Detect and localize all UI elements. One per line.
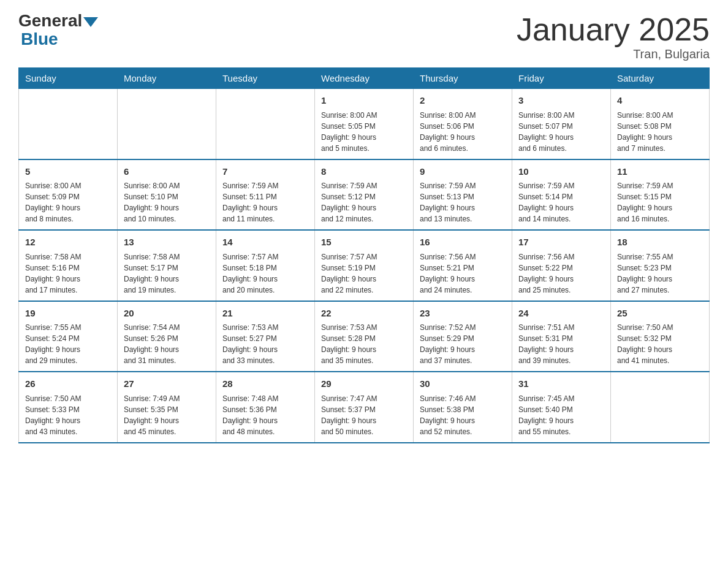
table-row: 26Sunrise: 7:50 AMSunset: 5:33 PMDayligh… xyxy=(19,372,118,443)
day-number: 26 xyxy=(25,377,111,391)
table-row xyxy=(611,372,710,443)
logo-arrow-icon xyxy=(83,17,98,27)
day-info: Sunrise: 8:00 AMSunset: 5:10 PMDaylight:… xyxy=(124,180,210,224)
day-number: 28 xyxy=(222,377,308,391)
table-row: 18Sunrise: 7:55 AMSunset: 5:23 PMDayligh… xyxy=(611,230,710,301)
day-number: 8 xyxy=(321,165,407,179)
table-row: 4Sunrise: 8:00 AMSunset: 5:08 PMDaylight… xyxy=(611,89,710,159)
calendar-header-row: SundayMondayTuesdayWednesdayThursdayFrid… xyxy=(19,68,710,89)
day-info: Sunrise: 7:50 AMSunset: 5:33 PMDaylight:… xyxy=(25,393,111,437)
day-info: Sunrise: 7:45 AMSunset: 5:40 PMDaylight:… xyxy=(518,393,604,437)
table-row: 17Sunrise: 7:56 AMSunset: 5:22 PMDayligh… xyxy=(512,230,611,301)
header-saturday: Saturday xyxy=(611,68,710,89)
table-row: 10Sunrise: 7:59 AMSunset: 5:14 PMDayligh… xyxy=(512,159,611,231)
day-info: Sunrise: 8:00 AMSunset: 5:05 PMDaylight:… xyxy=(321,110,407,154)
day-info: Sunrise: 7:57 AMSunset: 5:19 PMDaylight:… xyxy=(321,251,407,296)
day-number: 25 xyxy=(617,307,703,321)
header-thursday: Thursday xyxy=(414,68,512,89)
day-number: 16 xyxy=(420,236,506,250)
table-row: 24Sunrise: 7:51 AMSunset: 5:31 PMDayligh… xyxy=(512,301,611,372)
day-info: Sunrise: 7:52 AMSunset: 5:29 PMDaylight:… xyxy=(420,322,506,366)
calendar-week-1: 1Sunrise: 8:00 AMSunset: 5:05 PMDaylight… xyxy=(19,89,710,159)
day-info: Sunrise: 7:56 AMSunset: 5:22 PMDaylight:… xyxy=(518,251,604,296)
logo-blue-text: Blue xyxy=(21,29,58,48)
day-info: Sunrise: 7:49 AMSunset: 5:35 PMDaylight:… xyxy=(124,393,210,437)
title-block: January 2025 Tran, Bulgaria xyxy=(517,12,710,61)
day-number: 30 xyxy=(420,377,506,391)
header-tuesday: Tuesday xyxy=(216,68,315,89)
header-friday: Friday xyxy=(512,68,611,89)
page-header: General Blue January 2025 Tran, Bulgaria xyxy=(18,12,710,61)
day-number: 18 xyxy=(617,236,703,250)
table-row: 30Sunrise: 7:46 AMSunset: 5:38 PMDayligh… xyxy=(414,372,512,443)
calendar-body: 1Sunrise: 8:00 AMSunset: 5:05 PMDaylight… xyxy=(19,89,710,443)
day-number: 23 xyxy=(420,307,506,321)
table-row: 22Sunrise: 7:53 AMSunset: 5:28 PMDayligh… xyxy=(315,301,414,372)
calendar-week-3: 12Sunrise: 7:58 AMSunset: 5:16 PMDayligh… xyxy=(19,230,710,301)
day-number: 1 xyxy=(321,94,407,108)
table-row: 21Sunrise: 7:53 AMSunset: 5:27 PMDayligh… xyxy=(216,301,315,372)
day-info: Sunrise: 7:47 AMSunset: 5:37 PMDaylight:… xyxy=(321,393,407,437)
day-number: 20 xyxy=(124,307,210,321)
day-info: Sunrise: 7:53 AMSunset: 5:28 PMDaylight:… xyxy=(321,322,407,366)
day-info: Sunrise: 7:55 AMSunset: 5:23 PMDaylight:… xyxy=(617,251,703,296)
day-number: 2 xyxy=(420,94,506,108)
table-row: 14Sunrise: 7:57 AMSunset: 5:18 PMDayligh… xyxy=(216,230,315,301)
day-info: Sunrise: 7:46 AMSunset: 5:38 PMDaylight:… xyxy=(420,393,506,437)
table-row: 9Sunrise: 7:59 AMSunset: 5:13 PMDaylight… xyxy=(414,159,512,231)
day-info: Sunrise: 7:58 AMSunset: 5:17 PMDaylight:… xyxy=(124,251,210,296)
day-number: 7 xyxy=(222,165,308,179)
day-info: Sunrise: 7:51 AMSunset: 5:31 PMDaylight:… xyxy=(518,322,604,366)
table-row: 25Sunrise: 7:50 AMSunset: 5:32 PMDayligh… xyxy=(611,301,710,372)
day-number: 15 xyxy=(321,236,407,250)
table-row xyxy=(216,89,315,159)
table-row: 2Sunrise: 8:00 AMSunset: 5:06 PMDaylight… xyxy=(414,89,512,159)
table-row: 29Sunrise: 7:47 AMSunset: 5:37 PMDayligh… xyxy=(315,372,414,443)
table-row: 20Sunrise: 7:54 AMSunset: 5:26 PMDayligh… xyxy=(118,301,216,372)
table-row: 5Sunrise: 8:00 AMSunset: 5:09 PMDaylight… xyxy=(19,159,118,231)
day-info: Sunrise: 7:57 AMSunset: 5:18 PMDaylight:… xyxy=(222,251,308,296)
day-info: Sunrise: 7:59 AMSunset: 5:14 PMDaylight:… xyxy=(518,180,604,224)
day-number: 24 xyxy=(518,307,604,321)
day-number: 12 xyxy=(25,236,111,250)
calendar-week-2: 5Sunrise: 8:00 AMSunset: 5:09 PMDaylight… xyxy=(19,159,710,231)
calendar-table: SundayMondayTuesdayWednesdayThursdayFrid… xyxy=(18,67,710,443)
day-number: 29 xyxy=(321,377,407,391)
table-row xyxy=(118,89,216,159)
day-number: 11 xyxy=(617,165,703,179)
calendar-header: SundayMondayTuesdayWednesdayThursdayFrid… xyxy=(19,68,710,89)
table-row: 13Sunrise: 7:58 AMSunset: 5:17 PMDayligh… xyxy=(118,230,216,301)
table-row: 8Sunrise: 7:59 AMSunset: 5:12 PMDaylight… xyxy=(315,159,414,231)
table-row: 11Sunrise: 7:59 AMSunset: 5:15 PMDayligh… xyxy=(611,159,710,231)
day-info: Sunrise: 8:00 AMSunset: 5:09 PMDaylight:… xyxy=(25,180,111,224)
table-row: 12Sunrise: 7:58 AMSunset: 5:16 PMDayligh… xyxy=(19,230,118,301)
day-info: Sunrise: 7:59 AMSunset: 5:12 PMDaylight:… xyxy=(321,180,407,224)
day-info: Sunrise: 7:56 AMSunset: 5:21 PMDaylight:… xyxy=(420,251,506,296)
table-row: 27Sunrise: 7:49 AMSunset: 5:35 PMDayligh… xyxy=(118,372,216,443)
day-number: 19 xyxy=(25,307,111,321)
calendar-week-5: 26Sunrise: 7:50 AMSunset: 5:33 PMDayligh… xyxy=(19,372,710,443)
day-number: 31 xyxy=(518,377,604,391)
calendar-week-4: 19Sunrise: 7:55 AMSunset: 5:24 PMDayligh… xyxy=(19,301,710,372)
day-number: 6 xyxy=(124,165,210,179)
day-info: Sunrise: 7:54 AMSunset: 5:26 PMDaylight:… xyxy=(124,322,210,366)
day-number: 14 xyxy=(222,236,308,250)
logo-general-text: General xyxy=(18,12,82,29)
header-monday: Monday xyxy=(118,68,216,89)
day-info: Sunrise: 7:53 AMSunset: 5:27 PMDaylight:… xyxy=(222,322,308,366)
table-row: 1Sunrise: 8:00 AMSunset: 5:05 PMDaylight… xyxy=(315,89,414,159)
day-info: Sunrise: 8:00 AMSunset: 5:07 PMDaylight:… xyxy=(518,110,604,154)
day-info: Sunrise: 8:00 AMSunset: 5:08 PMDaylight:… xyxy=(617,110,703,154)
day-number: 13 xyxy=(124,236,210,250)
day-number: 22 xyxy=(321,307,407,321)
day-info: Sunrise: 7:59 AMSunset: 5:11 PMDaylight:… xyxy=(222,180,308,224)
day-number: 27 xyxy=(124,377,210,391)
day-info: Sunrise: 7:50 AMSunset: 5:32 PMDaylight:… xyxy=(617,322,703,366)
day-number: 5 xyxy=(25,165,111,179)
day-info: Sunrise: 8:00 AMSunset: 5:06 PMDaylight:… xyxy=(420,110,506,154)
table-row: 7Sunrise: 7:59 AMSunset: 5:11 PMDaylight… xyxy=(216,159,315,231)
day-info: Sunrise: 7:58 AMSunset: 5:16 PMDaylight:… xyxy=(25,251,111,296)
day-number: 3 xyxy=(518,94,604,108)
table-row: 6Sunrise: 8:00 AMSunset: 5:10 PMDaylight… xyxy=(118,159,216,231)
day-number: 10 xyxy=(518,165,604,179)
